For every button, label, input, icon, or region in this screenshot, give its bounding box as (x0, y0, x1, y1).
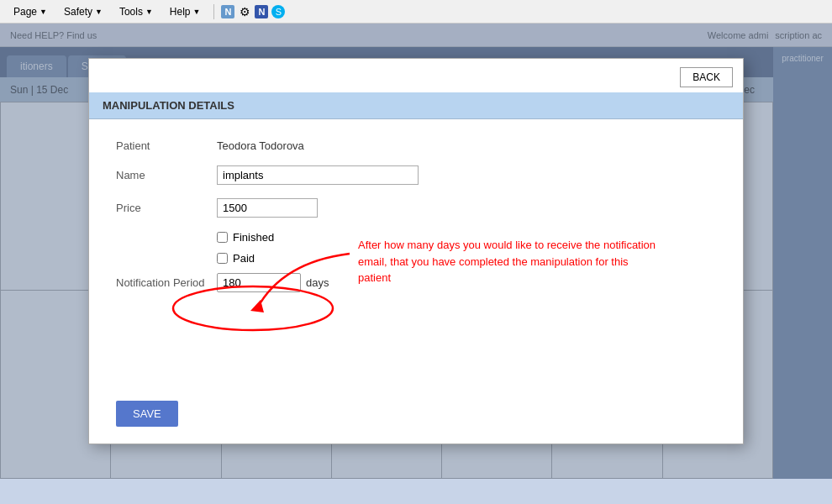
modal-body: Patient Teodora Todorova Name Price Fini… (89, 119, 743, 387)
patient-label: Patient (116, 139, 217, 152)
back-button[interactable]: BACK (680, 67, 733, 87)
svg-point-0 (173, 286, 333, 330)
menu-tools[interactable]: Tools ▼ (113, 3, 160, 20)
price-label: Price (116, 202, 217, 214)
modal-dialog: BACK MANIPULATION DETAILS Patient Teodor… (88, 58, 744, 444)
finished-label: Finished (233, 231, 274, 244)
menu-safety[interactable]: Safety ▼ (57, 3, 109, 20)
paid-checkbox[interactable] (217, 253, 228, 264)
modal-title-bar: MANIPULATION DETAILS (89, 92, 743, 119)
notification-unit: days (306, 276, 329, 289)
icon-n1[interactable]: N (221, 5, 234, 18)
save-button[interactable]: SAVE (116, 401, 178, 427)
icon-gear[interactable]: ⚙ (238, 5, 251, 18)
paid-label: Paid (233, 252, 255, 265)
menu-bar: Page ▼ Safety ▼ Tools ▼ Help ▼ N ⚙ N S (0, 0, 832, 24)
patient-row: Patient Teodora Todorova (116, 139, 716, 152)
icon-n2[interactable]: N (255, 5, 268, 18)
name-row: Name (116, 165, 716, 185)
modal-footer: SAVE (89, 387, 743, 444)
price-row: Price (116, 198, 716, 218)
notification-input[interactable] (217, 273, 301, 292)
menu-help[interactable]: Help ▼ (163, 3, 208, 20)
finished-checkbox[interactable] (217, 232, 228, 243)
svg-marker-1 (250, 300, 264, 312)
name-input[interactable] (217, 165, 419, 185)
modal-overlay: BACK MANIPULATION DETAILS Patient Teodor… (0, 24, 832, 479)
icon-skype[interactable]: S (271, 5, 285, 18)
main-area: Need HELP? Find us Welcome admi scriptio… (0, 24, 832, 479)
notification-label: Notification Period (116, 276, 217, 289)
annotation-text: After how many days you would like to re… (358, 237, 661, 286)
menu-separator (213, 4, 214, 19)
price-input[interactable] (217, 198, 318, 218)
modal-title: MANIPULATION DETAILS (103, 99, 234, 112)
patient-name: Teodora Todorova (217, 139, 304, 152)
name-label: Name (116, 169, 217, 181)
menu-page[interactable]: Page ▼ (7, 3, 54, 20)
